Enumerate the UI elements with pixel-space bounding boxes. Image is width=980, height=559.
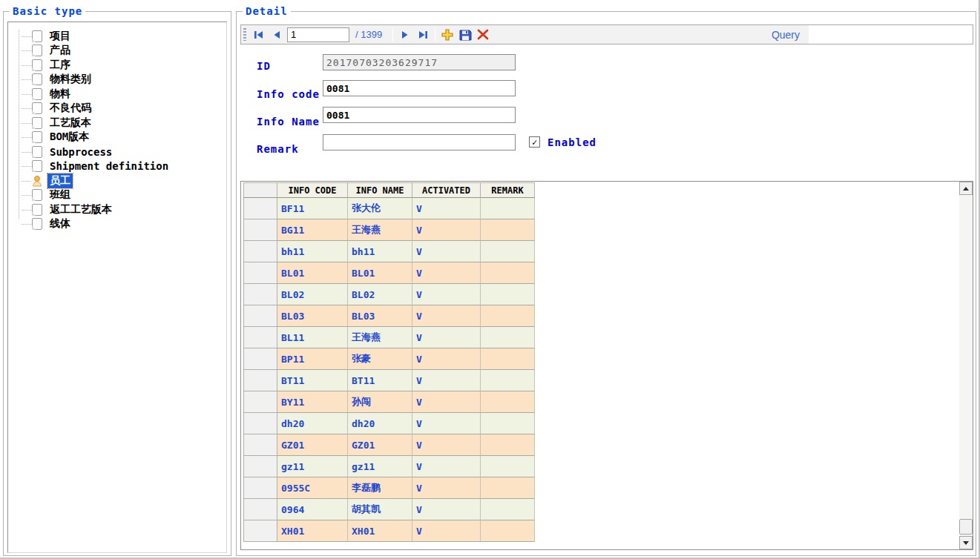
first-record-button[interactable]	[250, 27, 268, 43]
grid-cell[interactable]	[481, 434, 535, 456]
grid-cell[interactable]: V	[412, 413, 481, 434]
grid-cell[interactable]: bh11	[277, 241, 348, 262]
grid-cell[interactable]: GZ01	[277, 434, 348, 456]
grid-cell[interactable]: BY11	[277, 391, 348, 413]
tree-item[interactable]: 不良代码	[11, 102, 225, 116]
table-row[interactable]: BG11王海燕V	[243, 219, 535, 241]
grid-cell[interactable]: V	[412, 348, 481, 370]
grid-cell[interactable]: BL01	[348, 262, 412, 284]
table-row[interactable]: dh20dh20V	[243, 413, 535, 434]
table-row[interactable]: gz11gz11V	[243, 456, 535, 477]
grid-cell[interactable]	[481, 413, 535, 434]
table-row[interactable]: XH01XH01V	[243, 520, 535, 542]
grid-cell[interactable]	[481, 219, 535, 241]
grid-cell[interactable]	[481, 198, 535, 219]
table-row[interactable]: BP11张豪V	[243, 348, 535, 370]
table-row[interactable]: bh11bh11V	[243, 241, 535, 262]
tree-item[interactable]: 员工	[11, 173, 225, 188]
tree-item[interactable]: 班组	[11, 188, 225, 203]
row-header-cell[interactable]	[243, 499, 277, 520]
grid-cell[interactable]	[481, 456, 535, 477]
enabled-checkbox[interactable]: ✓	[529, 136, 540, 148]
grid-cell[interactable]: 王海燕	[348, 327, 412, 348]
grid-cell[interactable]: XH01	[277, 520, 348, 542]
previous-record-button[interactable]	[268, 27, 286, 43]
grid-cell[interactable]: V	[412, 370, 481, 391]
grid-cell[interactable]: gz11	[277, 456, 348, 477]
query-button[interactable]: Query	[763, 29, 809, 41]
grid-cell[interactable]: BF11	[277, 198, 348, 219]
row-header-cell[interactable]	[243, 477, 277, 499]
grid-cell[interactable]: V	[412, 477, 481, 499]
grid-cell[interactable]	[481, 348, 535, 370]
grid-cell[interactable]: BP11	[277, 348, 348, 370]
grid-cell[interactable]: GZ01	[348, 434, 412, 456]
grid-column-header[interactable]: REMARK	[481, 182, 535, 198]
grid-cell[interactable]	[481, 305, 535, 327]
row-header-cell[interactable]	[243, 262, 277, 284]
add-record-button[interactable]	[438, 27, 456, 43]
grid-cell[interactable]	[481, 370, 535, 391]
grid-cell[interactable]: gz11	[348, 456, 412, 477]
grid-cell[interactable]: V	[412, 327, 481, 348]
grid-column-header[interactable]: ACTIVATED	[412, 182, 481, 198]
row-header-cell[interactable]	[243, 327, 277, 348]
grid-cell[interactable]: 0955C	[277, 477, 348, 499]
grid-cell[interactable]: BL03	[277, 305, 348, 327]
row-header-cell[interactable]	[243, 456, 277, 477]
next-record-button[interactable]	[396, 27, 414, 43]
row-header-cell[interactable]	[243, 241, 277, 262]
tree-item[interactable]: BOM版本	[11, 130, 225, 145]
tree-item[interactable]: 线体	[11, 217, 225, 232]
grid-cell[interactable]: 胡其凯	[348, 499, 412, 520]
table-row[interactable]: BT11BT11V	[243, 370, 535, 391]
row-header-cell[interactable]	[243, 305, 277, 327]
grid-cell[interactable]: dh20	[348, 413, 412, 434]
toolbar-grip[interactable]	[243, 28, 246, 41]
row-header-cell[interactable]	[243, 198, 277, 219]
tree-item[interactable]: Shipment definition	[11, 159, 225, 174]
tree-item[interactable]: 工艺版本	[11, 116, 225, 130]
grid-cell[interactable]: BG11	[277, 219, 348, 241]
grid-cell[interactable]: V	[412, 262, 481, 284]
grid-cell[interactable]: V	[412, 284, 481, 305]
table-row[interactable]: BL01BL01V	[243, 262, 535, 284]
grid-cell[interactable]	[481, 391, 535, 413]
vertical-scrollbar[interactable]	[959, 182, 973, 549]
row-header-cell[interactable]	[243, 413, 277, 434]
tree-item[interactable]: 物料类别	[11, 73, 225, 87]
grid-cell[interactable]: bh11	[348, 241, 412, 262]
grid-cell[interactable]	[481, 284, 535, 305]
tree-item[interactable]: 返工工艺版本	[11, 202, 225, 217]
tree-item[interactable]: 工序	[11, 58, 225, 73]
grid-cell[interactable]: XH01	[348, 520, 412, 542]
grid-cell[interactable]: V	[412, 219, 481, 241]
grid-cell[interactable]: V	[412, 434, 481, 456]
info-name-field[interactable]	[323, 107, 516, 123]
grid-cell[interactable]	[481, 499, 535, 520]
grid-cell[interactable]: V	[412, 198, 481, 219]
table-row[interactable]: BL03BL03V	[243, 305, 535, 327]
table-row[interactable]: GZ01GZ01V	[243, 434, 535, 456]
tree-item[interactable]: 物料	[11, 87, 225, 102]
row-header-cell[interactable]	[243, 391, 277, 413]
grid-cell[interactable]: V	[412, 499, 481, 520]
grid-cell[interactable]	[481, 327, 535, 348]
row-header-cell[interactable]	[243, 434, 277, 456]
grid-cell[interactable]: V	[412, 241, 481, 262]
grid-cell[interactable]: 张大伦	[348, 198, 412, 219]
row-header-cell[interactable]	[243, 219, 277, 241]
scroll-up-button[interactable]	[959, 182, 973, 195]
last-record-button[interactable]	[414, 27, 432, 43]
grid-cell[interactable]	[481, 262, 535, 284]
save-button[interactable]	[456, 27, 474, 43]
grid-cell[interactable]: 王海燕	[348, 219, 412, 241]
tree-item[interactable]: 项目	[11, 29, 225, 44]
grid-cell[interactable]: BT11	[348, 370, 412, 391]
grid-cell[interactable]: BL01	[277, 262, 348, 284]
grid-cell[interactable]: BL03	[348, 305, 412, 327]
grid-cell[interactable]	[481, 477, 535, 499]
table-row[interactable]: BL11王海燕V	[243, 327, 535, 348]
grid-cell[interactable]: V	[412, 305, 481, 327]
table-row[interactable]: 0964胡其凯V	[243, 499, 535, 520]
